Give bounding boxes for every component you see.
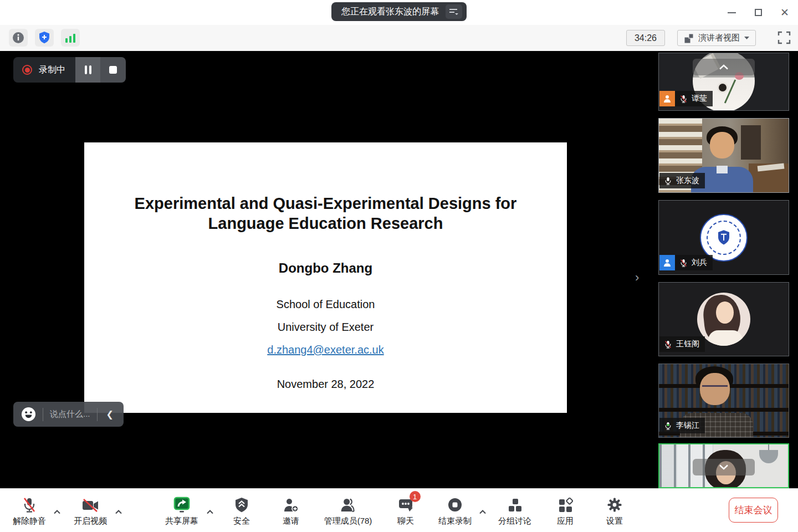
window-controls: ✕	[718, 0, 798, 25]
fullscreen-icon	[777, 31, 791, 44]
invite-button[interactable]: 邀请	[283, 495, 299, 526]
view-mode-button[interactable]: 演讲者视图	[677, 30, 756, 46]
security-shield-icon	[234, 495, 249, 513]
stop-record-icon	[447, 495, 463, 513]
share-screen-icon	[172, 495, 191, 513]
close-button[interactable]: ✕	[771, 0, 798, 25]
participant-name: 谭莹	[692, 94, 707, 104]
recording-options-chevron[interactable]	[479, 507, 487, 516]
slide-email-link[interactable]: d.zhang4@exeter.ac.uk	[84, 341, 567, 359]
apps-button[interactable]: 应用	[557, 495, 574, 526]
breakout-rooms-icon	[507, 495, 523, 513]
microphone-muted-icon	[679, 259, 688, 267]
participant-label: 李锡江	[659, 418, 705, 433]
meeting-info-button[interactable]	[9, 29, 28, 47]
chevron-down-icon	[744, 36, 750, 40]
microphone-muted-icon	[679, 95, 688, 103]
stop-recording-button[interactable]	[100, 57, 126, 83]
participant-tile[interactable]: 王钰阁	[658, 282, 789, 356]
security-button[interactable]: 安全	[233, 495, 250, 526]
divider	[97, 408, 98, 421]
participant-name: 王钰阁	[676, 339, 699, 349]
shield-plus-icon	[38, 31, 51, 44]
recording-dot-icon	[22, 65, 32, 75]
pause-icon	[85, 65, 87, 74]
university-shield-icon	[717, 229, 731, 246]
apps-icon	[557, 495, 573, 513]
participant-name: 刘兵	[692, 258, 707, 268]
maximize-icon	[755, 9, 762, 16]
audio-options-chevron[interactable]	[53, 507, 61, 516]
nonverbal-feedback-badge	[659, 255, 675, 270]
pause-recording-button[interactable]	[75, 57, 100, 83]
scroll-up-button[interactable]	[693, 59, 755, 75]
scroll-down-button[interactable]	[693, 459, 755, 475]
participant-tile-active-speaker[interactable]	[658, 443, 789, 488]
participants-icon	[340, 495, 356, 513]
microphone-speaking-icon	[664, 422, 672, 430]
watching-screen-banner: 您正在观看张东波的屏幕	[331, 2, 467, 21]
avatar	[697, 293, 750, 346]
participant-name: 李锡江	[676, 421, 699, 431]
participant-tile[interactable]: 李锡江	[658, 364, 789, 438]
collapse-chat-chevron[interactable]: ❮	[104, 409, 116, 420]
microphone-icon	[664, 177, 672, 185]
chat-unread-badge: 1	[410, 491, 421, 502]
slide-department: School of Education	[84, 295, 567, 314]
banner-options-button[interactable]	[446, 4, 462, 19]
stop-recording-button[interactable]: 结束录制	[438, 495, 472, 526]
share-screen-button[interactable]: 共享屏幕	[165, 495, 198, 526]
person-icon	[663, 258, 672, 267]
participant-tile[interactable]: 刘兵	[658, 200, 789, 275]
meeting-timer: 34:26	[626, 30, 665, 46]
participant-tile[interactable]: 谭莹	[658, 53, 789, 111]
signal-bars-icon	[64, 32, 76, 44]
settings-button[interactable]: 设置	[606, 495, 623, 526]
slide-author: Dongbo Zhang	[84, 260, 567, 276]
view-mode-label: 演讲者视图	[698, 33, 740, 43]
end-meeting-button[interactable]: 结束会议	[729, 498, 778, 523]
participants-sidebar: 谭莹 张东波	[649, 51, 798, 488]
maximize-button[interactable]	[745, 0, 771, 25]
chat-input[interactable]: 说点什么...	[50, 409, 90, 420]
fullscreen-button[interactable]	[776, 29, 792, 46]
network-quality-button[interactable]	[61, 29, 80, 47]
share-options-chevron[interactable]	[206, 507, 214, 516]
camera-off-icon	[81, 495, 99, 513]
participant-tile[interactable]: 张东波	[658, 118, 789, 193]
chevron-up-icon	[719, 64, 729, 70]
unmute-button[interactable]: 解除静音	[13, 495, 46, 526]
emoji-reactions-button[interactable]	[21, 407, 36, 422]
chevron-down-icon	[719, 464, 729, 470]
participant-name: 张东波	[676, 176, 699, 186]
person-icon	[663, 94, 672, 103]
invite-person-icon	[283, 495, 299, 513]
participant-label: 张东波	[659, 173, 705, 188]
stop-icon	[109, 66, 117, 74]
microphone-muted-icon	[22, 495, 37, 513]
participant-label: 刘兵	[659, 255, 713, 270]
minimize-icon	[728, 12, 736, 13]
slide-university: University of Exeter	[84, 318, 567, 336]
encryption-button[interactable]	[35, 29, 54, 47]
menu-icon	[448, 7, 459, 16]
expand-panel-chevron[interactable]: ›	[635, 270, 639, 285]
meeting-topbar: 34:26 演讲者视图	[0, 25, 798, 51]
university-seal-avatar	[700, 214, 748, 262]
close-icon: ✕	[780, 7, 789, 18]
minimize-button[interactable]	[718, 0, 745, 25]
participant-label: 王钰阁	[659, 336, 705, 352]
slide-date: November 28, 2022	[84, 378, 567, 391]
manage-participants-button[interactable]: 管理成员(78)	[324, 495, 372, 526]
recording-status: 录制中	[13, 57, 75, 83]
speaker-view-icon	[683, 33, 694, 44]
start-video-button[interactable]: 开启视频	[74, 495, 107, 526]
slide-title: Experimental and Quasi-Experimental Desi…	[132, 193, 520, 233]
shared-screen-area: Experimental and Quasi-Experimental Desi…	[0, 51, 649, 488]
chat-button[interactable]: 1 聊天	[397, 495, 414, 526]
participant-label: 谭莹	[659, 91, 713, 106]
quick-chat-bar: 说点什么... ❮	[13, 402, 124, 427]
recording-label: 录制中	[39, 64, 65, 76]
video-options-chevron[interactable]	[115, 507, 122, 516]
breakout-rooms-button[interactable]: 分组讨论	[498, 495, 531, 526]
